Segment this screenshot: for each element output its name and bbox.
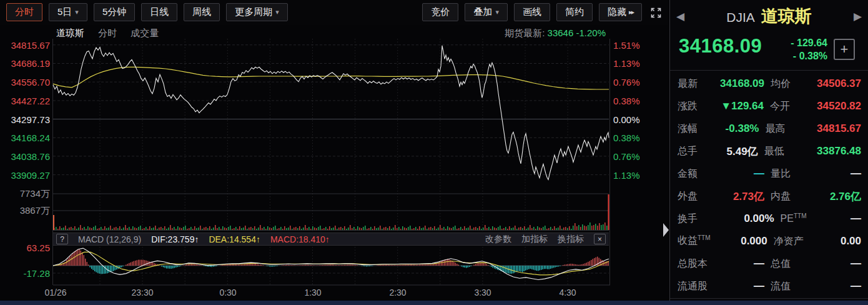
period-tab-5-更多周期[interactable]: 更多周期▾: [226, 3, 288, 21]
quote-row: 流通股—流值—: [678, 275, 861, 298]
quote-value: -0.38%: [718, 122, 759, 135]
quote-label: 涨跌: [678, 100, 718, 113]
symbol-title: DJIA道琼斯: [670, 5, 868, 28]
symbol-cn-name: 道琼斯: [761, 7, 812, 26]
quote-label: 最低: [764, 145, 808, 158]
pct-axis-label: 0.76%: [613, 151, 640, 161]
chevron-down-icon: ▾: [495, 8, 499, 16]
quote-value: 2.73亿: [718, 189, 764, 204]
price-axis-label: 34168.24: [0, 132, 50, 143]
help-icon[interactable]: ?: [56, 234, 68, 244]
period-tab-1-5日[interactable]: 5日▾: [49, 3, 87, 21]
change-params-button[interactable]: 改参数: [485, 234, 511, 245]
quote-label: 净资产: [774, 235, 817, 248]
macd-indicator-bar: ? MACD (12,26,9) DIF:23.759↑ DEA:14.554↑…: [53, 232, 609, 246]
quote-row: 换手0.00%PETTM—: [678, 208, 861, 230]
period-tab-3-日线[interactable]: 日线: [141, 3, 177, 21]
quote-value: ▼129.64: [718, 100, 764, 112]
macd-axis-label: -17.28: [0, 268, 50, 279]
quote-value: 34520.82: [814, 100, 861, 112]
chevron-down-icon: ▾: [275, 8, 279, 16]
time-axis-label: 01/26: [44, 288, 66, 298]
quote-value: 2.76亿: [814, 189, 861, 204]
sidebar-header: ◀ DJIA道琼斯 ▶: [670, 0, 868, 32]
price-summary: 34168.09 - 129.64 - 0.38% +: [679, 35, 860, 68]
period-tab-0-分时[interactable]: 分时: [6, 3, 42, 21]
add-to-watchlist-button[interactable]: +: [834, 39, 855, 60]
price-axis-label: 34556.70: [0, 77, 50, 88]
quote-label: 最新: [678, 78, 718, 91]
intraday-chart-canvas[interactable]: [0, 25, 668, 305]
tool-button-2-画线[interactable]: 画线: [514, 3, 550, 21]
time-axis-label: 23:30: [131, 288, 153, 298]
pct-axis-label: 0.00%: [613, 114, 640, 124]
fullscreen-icon[interactable]: [648, 5, 663, 20]
volume-axis-label: 3867万: [0, 205, 50, 217]
quote-row: 金额—量比—: [678, 162, 861, 185]
quote-label: 总值: [771, 258, 814, 271]
quote-label: 收益TTM: [678, 234, 718, 248]
pct-axis-label: 1.13%: [613, 169, 640, 180]
quote-label: 流通股: [678, 280, 718, 293]
quote-value: —: [718, 258, 764, 270]
period-tab-4-周线[interactable]: 周线: [184, 3, 220, 21]
time-axis-label: 0:30: [219, 288, 236, 298]
change-percent: - 0.38%: [791, 49, 827, 62]
quote-label: PETTM: [781, 212, 824, 224]
sidebar-divider: [670, 70, 868, 71]
tool-buttons: 竞价叠加▾画线简约隐藏▸▸: [422, 3, 642, 21]
change-value: - 129.64: [791, 36, 827, 49]
quote-value: —: [814, 280, 861, 292]
pct-axis-label: 0.38%: [613, 95, 640, 106]
sidebar-collapse-arrow-icon[interactable]: [663, 223, 669, 237]
quote-value: —: [814, 168, 861, 180]
period-tab-2-5分钟[interactable]: 5分钟: [94, 3, 135, 21]
quote-value: 0.00: [817, 235, 861, 248]
chevron-down-icon: ▾: [75, 8, 79, 16]
quote-value: 33876.48: [808, 145, 861, 158]
quote-detail-table: 最新34168.09均价34506.37涨跌▼129.64今开34520.82涨…: [678, 72, 861, 298]
quote-value: —: [824, 212, 861, 225]
macd-hist-value: MACD:18.410↑: [270, 234, 330, 244]
quote-row: 收益TTM0.000净资产0.00: [678, 230, 861, 252]
tool-button-4-隐藏[interactable]: 隐藏▸▸: [599, 3, 642, 21]
quote-label: 最高: [765, 122, 809, 136]
macd-axis-label: 63.25: [0, 242, 50, 253]
price-axis-label: 34297.73: [0, 114, 50, 124]
add-indicator-button[interactable]: 加指标: [521, 234, 548, 245]
quote-value: 5.49亿: [718, 144, 758, 159]
quote-value: 34506.37: [814, 78, 861, 90]
quote-sidebar: ◀ DJIA道琼斯 ▶ 34168.09 - 129.64 - 0.38% + …: [669, 0, 868, 301]
time-axis-label: 1:30: [304, 288, 321, 298]
quote-value: 0.000: [718, 235, 767, 248]
price-change: - 129.64 - 0.38%: [791, 36, 827, 62]
next-symbol-icon[interactable]: ▶: [854, 10, 862, 23]
switch-indicator-button[interactable]: 换指标: [558, 234, 584, 245]
quote-row: 最新34168.09均价34506.37: [678, 72, 861, 95]
pct-axis-label: 1.13%: [613, 58, 640, 69]
quote-value: —: [718, 168, 764, 180]
quote-value: —: [718, 280, 764, 292]
tool-button-0-竞价[interactable]: 竞价: [422, 3, 458, 21]
close-icon[interactable]: ×: [594, 234, 606, 244]
price-axis-label: 34686.19: [0, 58, 50, 69]
pct-axis-label: 0.76%: [613, 77, 640, 88]
pct-axis-label: 1.51%: [613, 39, 640, 50]
double-right-arrow-icon: ▸▸: [629, 8, 633, 16]
price-axis-label: 34427.22: [0, 95, 50, 106]
quote-label: 涨幅: [678, 122, 718, 136]
chart-toolbar: 分时5日▾5分钟日线周线更多周期▾ 竞价叠加▾画线简约隐藏▸▸: [0, 0, 668, 25]
quote-label: 内盘: [771, 190, 814, 203]
tool-button-3-简约[interactable]: 简约: [556, 3, 593, 21]
last-price: 34168.09: [679, 35, 762, 57]
tool-button-1-叠加[interactable]: 叠加▾: [465, 3, 508, 21]
quote-value: 34168.09: [718, 78, 764, 90]
price-axis-label: 34815.67: [0, 39, 50, 50]
quote-row: 总股本—总值—: [678, 252, 861, 275]
bottom-strip: [0, 301, 868, 305]
quote-label: 金额: [678, 168, 718, 181]
period-tabs: 分时5日▾5分钟日线周线更多周期▾: [6, 3, 288, 21]
sidebar-bottom-divider: [670, 298, 868, 299]
price-axis-label: 33909.27: [0, 169, 50, 180]
macd-params: MACD (12,26,9): [78, 234, 141, 244]
